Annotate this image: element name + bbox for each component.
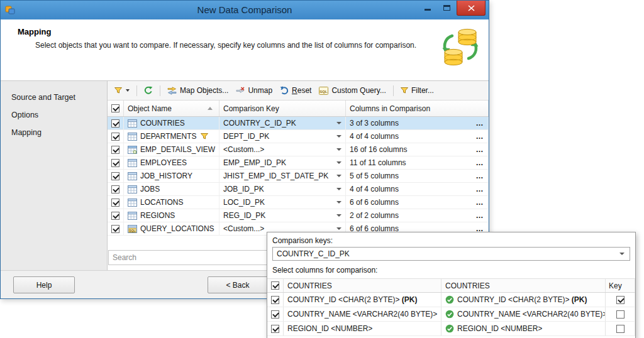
object-name-cell: EMPLOYEES	[124, 156, 219, 169]
table-row[interactable]: LOCATIONSLOC_ID_PK6 of 6 columns…	[108, 196, 489, 209]
refresh-button[interactable]	[141, 84, 156, 97]
column-mapping-row[interactable]: REGION_ID <NUMBER>REGION_ID <NUMBER>	[267, 322, 635, 336]
column-mapping-row[interactable]: COUNTRY_ID <CHAR(2 BYTE)> (PK)COUNTRY_ID…	[267, 293, 635, 307]
chevron-down-icon[interactable]	[336, 161, 341, 164]
table-icon	[128, 119, 137, 128]
object-name-cell: JOBS	[124, 183, 219, 195]
column-checkbox[interactable]	[271, 296, 279, 304]
object-name-cell: EMP_DETAILS_VIEW	[124, 143, 219, 156]
columns-ellipsis-button[interactable]: …	[476, 132, 484, 141]
row-checkbox[interactable]	[111, 225, 119, 233]
filter-icon	[114, 87, 122, 94]
column-checkbox[interactable]	[271, 325, 279, 333]
chevron-down-icon[interactable]	[336, 148, 341, 151]
target-column-name: COUNTRY_NAME <VARCHAR2(40 BYTE)>	[457, 310, 606, 319]
object-name: JOBS	[140, 185, 160, 194]
row-checkbox[interactable]	[111, 119, 119, 128]
row-checkbox[interactable]	[111, 159, 119, 167]
toolbar-button-label: Reset	[292, 86, 311, 95]
columns-ellipsis-button[interactable]: …	[476, 211, 484, 220]
table-icon	[128, 159, 137, 167]
chevron-down-icon[interactable]	[336, 188, 341, 190]
key-column-header[interactable]: Key	[606, 279, 635, 292]
filter-dropdown-button[interactable]	[111, 84, 133, 97]
source-column-cell: REGION_ID <NUMBER>	[284, 322, 441, 335]
comparison-keys-combobox[interactable]: COUNTRY_C_ID_PK	[272, 247, 630, 261]
row-checkbox[interactable]	[111, 172, 119, 180]
row-checkbox[interactable]	[111, 199, 119, 207]
comparison-key-cell[interactable]: COUNTRY_C_ID_PK	[219, 117, 346, 129]
columns-cell: 11 of 11 columns…	[346, 156, 489, 169]
key-checkbox[interactable]	[616, 310, 625, 319]
comparison-key-cell[interactable]: DEPT_ID_PK	[219, 130, 346, 143]
popup-select-all-cell	[267, 279, 284, 292]
columns-count: 5 of 5 columns	[350, 172, 399, 180]
row-checkbox[interactable]	[111, 146, 119, 154]
row-checkbox[interactable]	[111, 212, 119, 220]
target-table-header[interactable]: COUNTRIES	[441, 279, 606, 292]
titlebar[interactable]: New Data Comparison	[1, 1, 489, 19]
maximize-button[interactable]	[438, 1, 455, 14]
chevron-down-icon[interactable]	[336, 175, 341, 177]
toolbar-button-reset[interactable]: Reset	[277, 84, 314, 97]
popup-select-all-checkbox[interactable]	[271, 281, 279, 290]
column-header-label: Object Name	[128, 104, 172, 113]
source-column-name: COUNTRY_NAME <VARCHAR2(40 BYTE)>	[287, 310, 437, 319]
sidebar-item-options[interactable]: Options	[1, 106, 107, 124]
toolbar-button-filter[interactable]: Filter...	[397, 84, 437, 97]
column-header-object-name[interactable]: Object Name	[124, 101, 219, 116]
app-icon	[5, 5, 15, 15]
row-checkbox[interactable]	[111, 185, 119, 194]
columns-ellipsis-button[interactable]: …	[476, 198, 484, 207]
columns-count: 11 of 11 columns	[350, 158, 406, 167]
comparison-key-cell[interactable]: REG_ID_PK	[219, 209, 346, 222]
comparison-key-cell[interactable]: <Custom...>	[219, 143, 346, 156]
sidebar-item-source-and-target[interactable]: Source and Target	[1, 89, 107, 106]
comparison-key-cell[interactable]: LOC_ID_PK	[219, 196, 346, 209]
key-checkbox[interactable]	[616, 325, 625, 333]
chevron-down-icon[interactable]	[336, 201, 341, 204]
comparison-key-cell[interactable]: JHIST_EMP_ID_ST_DATE_PK	[219, 170, 346, 182]
comparison-key-cell[interactable]: EMP_EMP_ID_PK	[219, 156, 346, 169]
table-row[interactable]: JOB_HISTORYJHIST_EMP_ID_ST_DATE_PK5 of 5…	[108, 170, 489, 183]
key-checkbox[interactable]	[616, 296, 625, 304]
columns-ellipsis-button[interactable]: …	[476, 119, 484, 128]
table-row[interactable]: EMPLOYEESEMP_EMP_ID_PK11 of 11 columns…	[108, 156, 489, 170]
minimize-button[interactable]	[419, 1, 436, 14]
target-column-cell: COUNTRY_ID <CHAR(2 BYTE)> (PK)	[441, 293, 606, 307]
row-check-cell	[108, 183, 124, 195]
toolbar-button-unmap[interactable]: Unmap	[233, 84, 275, 97]
back-button[interactable]: < Back	[208, 276, 268, 293]
table-row[interactable]: EMP_DETAILS_VIEW<Custom...>16 of 16 colu…	[108, 143, 489, 156]
column-mapping-row[interactable]: COUNTRY_NAME <VARCHAR2(40 BYTE)>COUNTRY_…	[267, 307, 635, 322]
row-check-cell	[108, 170, 124, 182]
green-check-icon	[445, 295, 454, 304]
object-name: LOCATIONS	[140, 198, 183, 207]
sidebar-item-mapping[interactable]: Mapping	[1, 124, 107, 141]
table-row[interactable]: JOBSJOB_ID_PK4 of 4 columns…	[108, 183, 489, 196]
toolbar-button-custom-query[interactable]: SQLCustom Query...	[316, 84, 389, 97]
column-checkbox[interactable]	[271, 310, 279, 319]
chevron-down-icon[interactable]	[336, 214, 341, 217]
object-name: DEPARTMENTS	[140, 132, 197, 141]
columns-ellipsis-button[interactable]: …	[476, 158, 484, 167]
chevron-down-icon[interactable]	[336, 135, 341, 138]
columns-ellipsis-button[interactable]: …	[476, 172, 484, 180]
columns-ellipsis-button[interactable]: …	[476, 145, 484, 154]
column-header-columns-in-comparison[interactable]: Columns in Comparison	[346, 101, 489, 116]
row-checkbox[interactable]	[111, 133, 119, 141]
source-table-header[interactable]: COUNTRIES	[284, 279, 441, 292]
chevron-down-icon[interactable]	[336, 122, 341, 124]
table-row[interactable]: COUNTRIESCOUNTRY_C_ID_PK3 of 3 columns…	[108, 117, 489, 130]
row-check-cell	[108, 143, 124, 156]
columns-ellipsis-button[interactable]: …	[476, 185, 484, 194]
table-row[interactable]: DEPARTMENTSDEPT_ID_PK4 of 4 columns…	[108, 130, 489, 143]
chevron-down-icon[interactable]	[336, 227, 341, 230]
column-header-comparison-key[interactable]: Comparison Key	[219, 101, 346, 116]
comparison-key-cell[interactable]: JOB_ID_PK	[219, 183, 346, 195]
table-row[interactable]: REGIONSREG_ID_PK2 of 2 columns…	[108, 209, 489, 222]
select-all-checkbox[interactable]	[111, 104, 119, 112]
close-button[interactable]	[457, 1, 486, 16]
help-button[interactable]: Help	[13, 276, 75, 293]
toolbar-button-map-objects[interactable]: Map Objects...	[164, 84, 231, 97]
